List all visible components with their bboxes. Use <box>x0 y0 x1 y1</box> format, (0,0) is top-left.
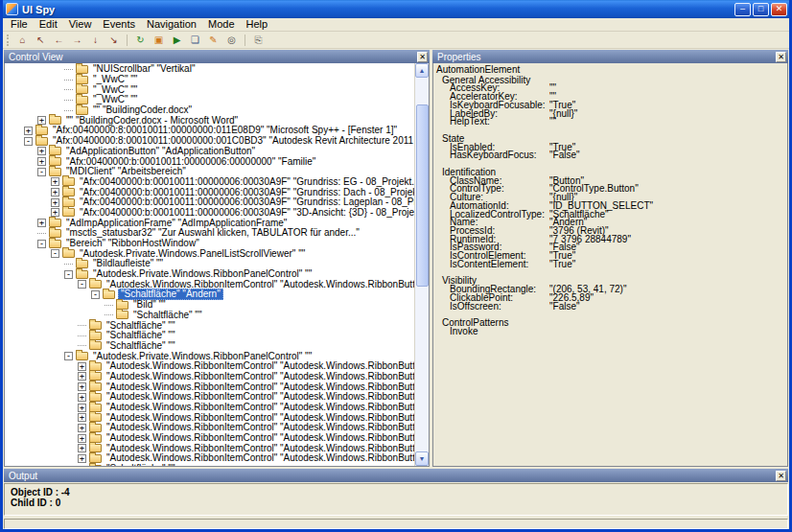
tree-item[interactable]: "Schaltfläche" "" <box>5 341 414 352</box>
tree-scrollbar[interactable]: ▲ ▼ <box>414 63 429 466</box>
collapse-icon[interactable]: - <box>78 280 86 289</box>
expand-icon[interactable]: + <box>78 372 86 381</box>
expand-icon[interactable]: + <box>51 188 59 197</box>
app-icon <box>6 3 18 15</box>
collapse-icon[interactable]: - <box>64 352 73 360</box>
tree-item-selected[interactable]: -"Schaltfläche" "Ändern" <box>5 289 414 300</box>
tree-item[interactable]: -"Autodesk.Private.Windows.PanelListScro… <box>5 248 414 259</box>
tree-item[interactable]: "Schaltfläche" "" <box>5 331 414 341</box>
menu-events[interactable]: Events <box>97 18 141 31</box>
menu-navigation[interactable]: Navigation <box>141 18 202 31</box>
root-element-icon[interactable]: ⌂ <box>14 33 31 47</box>
collapse-icon[interactable]: - <box>37 240 46 248</box>
menu-help[interactable]: Help <box>241 18 274 31</box>
expand-icon[interactable]: + <box>78 393 86 402</box>
expand-icon[interactable]: + <box>51 208 59 217</box>
folder-icon <box>76 65 88 74</box>
tree-item-label: "Schaltfläche" "" <box>105 331 176 340</box>
properties-close-icon[interactable]: ✕ <box>776 52 786 62</box>
folder-icon <box>49 147 61 155</box>
folder-icon <box>89 362 102 371</box>
parent-element-icon[interactable]: ↖ <box>33 33 49 47</box>
tree-item-label: "Afx:00400000:8:00010011:00000000:011E08… <box>51 126 399 135</box>
collapse-icon[interactable]: - <box>24 137 33 146</box>
property-label[interactable]: Invoke <box>450 328 549 336</box>
scroll-up-icon[interactable]: ▲ <box>415 63 429 78</box>
tree-item[interactable]: +"Autodesk.Windows.RibbonItemControl" "A… <box>5 433 414 444</box>
expand-icon[interactable]: + <box>78 362 86 371</box>
tree-item-label: "_WwC" "" <box>91 85 139 95</box>
clipboard-icon[interactable]: ⎘ <box>250 33 267 47</box>
tree-item[interactable]: "Schaltfläche" "" <box>5 320 414 331</box>
output-close-icon[interactable]: ✕ <box>776 471 786 481</box>
maximize-button[interactable]: □ <box>753 3 769 16</box>
folder-icon <box>76 260 88 268</box>
mode-icon[interactable]: ▣ <box>151 33 167 47</box>
window-title: UI Spy <box>22 4 734 15</box>
tree-item[interactable]: "Bild" "" <box>5 300 414 311</box>
output-secondary <box>4 519 788 529</box>
properties-title: Properties <box>437 52 481 62</box>
highlight-icon[interactable]: ✎ <box>205 33 221 47</box>
control-view-panel: Control View ✕ "NUIScrollbar" "Vertikal"… <box>4 50 430 467</box>
expand-icon[interactable]: + <box>78 404 86 412</box>
expand-icon[interactable]: + <box>78 454 86 463</box>
close-button[interactable]: ✕ <box>771 3 787 16</box>
expand-icon[interactable]: + <box>37 147 46 155</box>
menu-file[interactable]: File <box>5 18 34 31</box>
collapse-icon[interactable]: - <box>64 270 73 279</box>
menu-mode[interactable]: Mode <box>202 18 241 31</box>
tree-item[interactable]: +"Autodesk.Windows.RibbonItemControl" "A… <box>5 453 414 464</box>
collapse-icon[interactable]: - <box>51 249 59 258</box>
control-view-close-icon[interactable]: ✕ <box>417 52 428 62</box>
menu-view[interactable]: View <box>63 18 98 31</box>
tree-item[interactable]: -"Autodesk.Private.Windows.RibbonPanelCo… <box>5 269 414 280</box>
tree-item[interactable]: +"AdApplicationButton" "AdApplicationBut… <box>5 147 414 157</box>
expand-icon[interactable]: + <box>37 219 46 227</box>
control-view-tree: "NUIScrollbar" "Vertikal""_WwC" """_WwC"… <box>5 63 414 466</box>
tree-item[interactable]: +"Afx:00400000:b:00010011:00000006:00030… <box>5 208 414 219</box>
next-sibling-icon[interactable]: → <box>69 33 85 47</box>
tree-item[interactable]: "_WwC" "" <box>5 95 414 105</box>
tree-item[interactable]: "Schaltfläche" "" <box>5 464 414 466</box>
expand-icon[interactable]: + <box>78 434 86 443</box>
start-events-icon[interactable]: ▶ <box>169 33 185 47</box>
expand-icon[interactable]: + <box>78 424 86 432</box>
tree-item[interactable]: "Schaltfläche" "" <box>5 311 414 321</box>
last-child-icon[interactable]: ↘ <box>105 33 122 47</box>
window-icon[interactable]: ❏ <box>187 33 203 47</box>
tree-connector <box>105 305 113 306</box>
tree-item[interactable]: -"Afx:00400000:8:00010011:00000000:001C0… <box>5 136 414 147</box>
collapse-icon[interactable]: - <box>91 290 100 299</box>
collapse-icon[interactable]: - <box>37 168 46 176</box>
expand-icon[interactable]: + <box>78 413 86 422</box>
scroll-down-icon[interactable]: ▼ <box>415 451 429 466</box>
previous-sibling-icon[interactable]: ← <box>51 33 67 47</box>
minimize-button[interactable]: – <box>734 3 751 16</box>
expand-icon[interactable]: + <box>37 116 46 125</box>
expand-icon[interactable]: + <box>78 444 86 452</box>
expand-icon[interactable]: + <box>51 198 59 207</box>
property-row[interactable]: Invoke <box>435 328 785 336</box>
tree-item[interactable]: "_WwC" "" <box>5 84 414 95</box>
scroll-track[interactable] <box>415 78 429 451</box>
expand-icon[interactable]: + <box>78 382 86 391</box>
property-value: "True" <box>549 252 785 261</box>
tree-item[interactable]: "NUIScrollbar" "Vertikal" <box>5 64 414 75</box>
tree-item[interactable]: +"Autodesk.Windows.RibbonItemControl" "A… <box>5 403 414 413</box>
title-bar: UI Spy – □ ✕ <box>3 0 789 18</box>
toolbar-grip-icon[interactable] <box>7 35 10 46</box>
expand-icon[interactable]: + <box>24 127 33 135</box>
folder-icon <box>49 157 61 166</box>
tree-item[interactable]: "_WwC" "" <box>5 75 414 85</box>
first-child-icon[interactable]: ↓ <box>87 33 104 47</box>
property-section: IdentificationClassName:"Button"ControlT… <box>435 169 785 268</box>
expand-icon[interactable]: + <box>37 157 46 166</box>
tree-item[interactable]: "" "BuildingCoder.docx" <box>5 105 414 116</box>
scroll-thumb[interactable] <box>416 104 429 287</box>
menu-edit[interactable]: Edit <box>34 18 63 31</box>
expand-icon[interactable]: + <box>51 177 59 186</box>
refresh-icon[interactable]: ↻ <box>132 33 149 47</box>
focus-tracking-icon[interactable]: ◎ <box>223 33 240 47</box>
tree-item[interactable]: +"Autodesk.Windows.RibbonItemControl" "A… <box>5 372 414 382</box>
